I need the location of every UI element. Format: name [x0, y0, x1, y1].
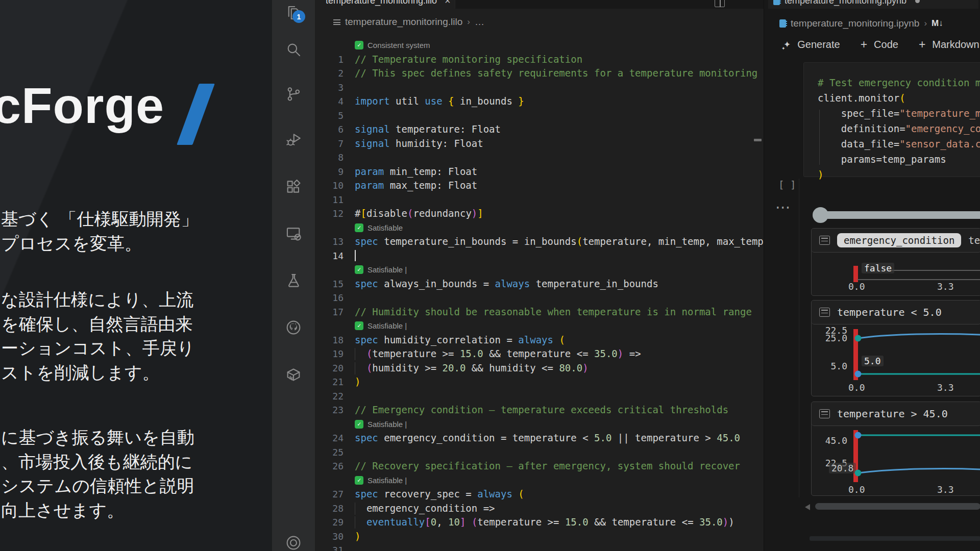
close-icon[interactable]: × — [445, 0, 451, 7]
line-number: 25 — [315, 445, 344, 460]
check-icon: ✓ — [355, 321, 363, 330]
hero-paragraph-1: 基づく 「仕様駆動開発」 プロセスを変革。 — [1, 207, 198, 256]
codelens[interactable]: ✓Satisfiable | — [315, 473, 764, 488]
breadcrumb-more[interactable]: … — [475, 16, 484, 28]
cell-code-line[interactable]: ) — [818, 167, 980, 182]
code-line-5[interactable]: 5 — [315, 109, 764, 123]
code-line-28[interactable]: 28 emergency_condition => — [315, 502, 764, 516]
code-line-2[interactable]: 2// This spec defines safety requirement… — [315, 66, 764, 81]
line-number: 20 — [315, 361, 344, 375]
tab-temperature-monitoring-ipynb[interactable]: temperature_monitoring.ipynb — [768, 0, 978, 9]
line-number: 10 — [315, 179, 344, 193]
codelens-text: Satisfiable | — [368, 417, 407, 432]
container-icon[interactable] — [285, 366, 302, 383]
codelens[interactable]: ✓Satisfiable | — [315, 263, 764, 277]
plus-icon: + — [919, 38, 925, 52]
cell-code-line[interactable]: data_file="sensor_data.csv", — [818, 136, 980, 152]
code-line-3[interactable]: 3 — [315, 81, 764, 95]
code-line-30[interactable]: 30) — [315, 530, 764, 544]
github-icon[interactable] — [285, 319, 302, 336]
circle-partial-icon[interactable] — [285, 534, 302, 551]
codelens[interactable]: ✓Consistent system — [315, 38, 764, 53]
x-axis-tick: 0.0 — [848, 484, 865, 495]
scroll-left-arrow-icon[interactable] — [805, 504, 810, 510]
cell-code-line[interactable]: definition="emergency_condition", — [818, 121, 980, 136]
line-number: 14 — [315, 249, 344, 263]
brand-logo: cForge — [0, 77, 204, 145]
run-debug-icon[interactable] — [285, 131, 302, 148]
check-icon: ✓ — [355, 265, 363, 274]
extensions-icon[interactable] — [285, 178, 302, 195]
remote-explorer-icon[interactable] — [285, 225, 302, 242]
cell-code-line[interactable]: # Test emergency condition monitoring — [818, 75, 980, 90]
time-slider-track[interactable] — [821, 211, 980, 219]
cell-code-line[interactable]: spec_file="temperature_monitoring.lilo", — [818, 106, 980, 121]
code-line-6[interactable]: 6signal temperature: Float — [315, 122, 764, 137]
code-line-17[interactable]: 17// Humidity should be reasonable when … — [315, 305, 764, 319]
source-control-icon[interactable] — [285, 85, 302, 103]
search-icon[interactable] — [285, 41, 302, 58]
code-line-22[interactable]: 22 — [315, 389, 764, 404]
code-line-20[interactable]: 20 (humidity >= 20.0 && humidity <= 80.0… — [315, 361, 764, 375]
add-markdown-button[interactable]: Markdown — [932, 39, 979, 51]
code-line-14[interactable]: 14 — [315, 249, 764, 263]
code-line-12[interactable]: 12#[disable(redundancy)] — [315, 207, 764, 221]
code-line-25[interactable]: 25 — [315, 445, 764, 460]
cell-code-line[interactable]: params=temp_params — [818, 152, 980, 167]
code-line-26[interactable]: 26// Recovery specification — after emer… — [315, 459, 764, 473]
breadcrumb-file[interactable]: temperature_monitoring.ipynb — [791, 18, 919, 29]
codelens-text: Satisfiable — [368, 221, 403, 235]
code-line-19[interactable]: 19 (temperature >= 15.0 && temperature <… — [315, 347, 764, 361]
cell-actions-icon[interactable]: ⋯ — [775, 198, 791, 216]
codelens[interactable]: ✓Satisfiable | — [315, 417, 764, 432]
ide-window: cForge 基づく 「仕様駆動開発」 プロセスを変革。 な設計仕様により、上流… — [0, 0, 980, 551]
code-line-24[interactable]: 24spec emergency_condition = temperature… — [315, 431, 764, 445]
code-line-13[interactable]: 13spec temperature_in_bounds = in_bounds… — [315, 235, 764, 249]
code-line-29[interactable]: 29 eventually[0, 10] (temperature >= 15.… — [315, 515, 764, 530]
breadcrumb-file[interactable]: temperature_monitoring.lilo — [345, 16, 462, 28]
cell-code-line[interactable]: client.monitor( — [818, 90, 980, 106]
code-line-31[interactable]: 31 — [315, 543, 764, 551]
code-line-18[interactable]: 18spec humidity_correlation = always ( — [315, 333, 764, 347]
line-number: 13 — [315, 235, 344, 249]
cell-code[interactable]: # Test emergency condition monitoringcli… — [818, 75, 980, 182]
x-axis-tick: 3.3 — [937, 382, 954, 393]
code-rows[interactable]: ✓Consistent system1// Temperature monito… — [315, 38, 764, 551]
time-slider-handle[interactable] — [813, 207, 828, 223]
notebook-icon — [779, 19, 786, 28]
split-editor-icon[interactable] — [715, 0, 725, 7]
codelens-text: Satisfiable | — [368, 263, 407, 277]
code-line-1[interactable]: 1// Temperature monitoring specification — [315, 53, 764, 67]
line-number: 5 — [315, 109, 344, 123]
codelens[interactable]: ✓Satisfiable — [315, 221, 764, 235]
output-widget-temperature-gt-45: temperature > 45.0 45.022.520.80.03.3 — [811, 402, 980, 496]
line-number: 23 — [315, 403, 344, 417]
code-line-9[interactable]: 9param min_temp: Float — [315, 165, 764, 179]
generate-button[interactable]: Generate — [797, 39, 840, 51]
notebook-code-cell[interactable]: # Test emergency condition monitoringcli… — [803, 62, 980, 177]
overview-ruler-mark — [754, 139, 762, 141]
chip-temperature[interactable]: temperature — [968, 235, 980, 246]
code-line-15[interactable]: 15spec always_in_bounds = always tempera… — [315, 277, 764, 291]
breadcrumb[interactable]: temperature_monitoring.lilo › … — [315, 14, 764, 30]
testing-flask-icon[interactable] — [285, 272, 302, 289]
code-line-8[interactable]: 8 — [315, 151, 764, 165]
code-line-7[interactable]: 7signal humidity: Float — [315, 137, 764, 151]
code-line-27[interactable]: 27spec recovery_spec = always ( — [315, 487, 764, 502]
add-code-button[interactable]: Code — [874, 39, 898, 51]
code-line-23[interactable]: 23// Emergency condition — temperature e… — [315, 403, 764, 417]
code-line-4[interactable]: 4import util use { in_bounds } — [315, 94, 764, 109]
horizontal-scrollbar[interactable] — [815, 503, 980, 510]
tab-label: temperature_monitoring.ipynb — [785, 0, 906, 6]
chip-emergency-condition[interactable]: emergency_condition — [837, 233, 961, 247]
tab-temperature-monitoring-lilo[interactable]: temperature_monitoring.lilo × — [315, 0, 455, 9]
check-icon: ✓ — [355, 420, 363, 429]
breadcrumb-markdown-cell[interactable]: M↓ — [932, 18, 943, 29]
code-line-16[interactable]: 16 — [315, 291, 764, 305]
codelens[interactable]: ✓Satisfiable | — [315, 319, 764, 333]
code-line-10[interactable]: 10param max_temp: Float — [315, 179, 764, 193]
code-line-11[interactable]: 11 — [315, 193, 764, 207]
check-icon: ✓ — [355, 41, 363, 49]
notebook-breadcrumb[interactable]: temperature_monitoring.ipynb › M↓ — [764, 16, 980, 31]
code-line-21[interactable]: 21) — [315, 375, 764, 389]
